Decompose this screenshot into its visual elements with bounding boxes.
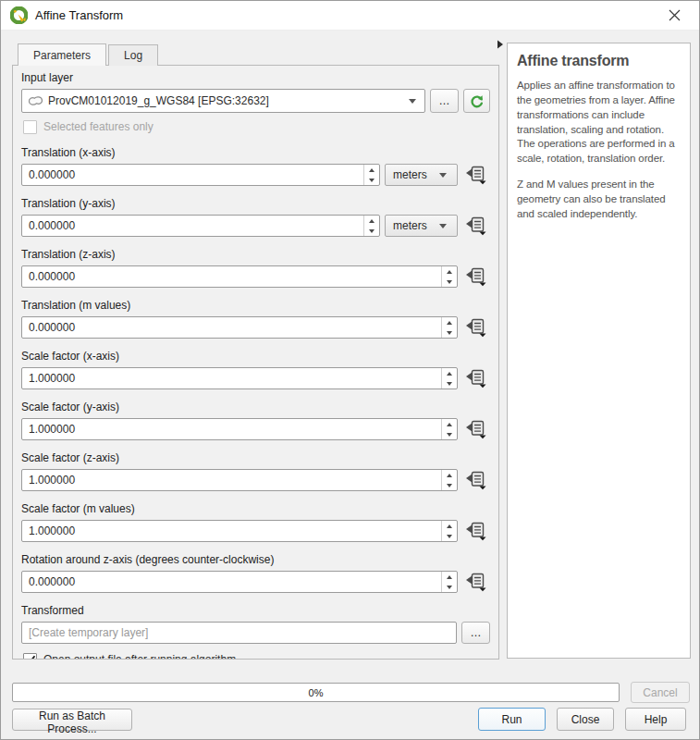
spin-down-button[interactable] — [442, 378, 457, 388]
arrow-up-icon — [447, 321, 452, 325]
rotation-z-override-button[interactable] — [462, 571, 490, 593]
close-button[interactable]: Close — [557, 708, 614, 731]
spin-up-button[interactable] — [364, 165, 379, 175]
iterate-over-layer-button[interactable] — [463, 89, 490, 113]
spin-up-button[interactable] — [442, 317, 457, 327]
scale-m-label: Scale factor (m values) — [21, 502, 490, 516]
spin-up-button[interactable] — [442, 368, 457, 378]
scale-y-value: 1.000000 — [22, 419, 441, 439]
affine-transform-dialog: Affine Transform Parameters Log Input la… — [0, 0, 700, 740]
scale-x-spinbox[interactable]: 1.000000 — [21, 367, 458, 389]
progress-text: 0% — [309, 687, 324, 698]
translation-m-spinbox[interactable]: 0.000000 — [21, 316, 458, 339]
run-as-batch-button[interactable]: Run as Batch Process... — [12, 709, 132, 731]
tab-bar: Parameters Log — [18, 44, 160, 66]
spin-up-button[interactable] — [442, 521, 457, 531]
rotation-z-spinbox[interactable]: 0.000000 — [21, 571, 458, 593]
translation-z-label: Translation (z-axis) — [21, 248, 490, 262]
spin-down-button[interactable] — [364, 175, 379, 185]
spin-up-button[interactable] — [364, 216, 379, 226]
scale-m-override-button[interactable] — [462, 520, 490, 542]
input-layer-label: Input layer — [21, 71, 490, 85]
translation-z-override-button[interactable] — [462, 265, 490, 288]
tab-parameters[interactable]: Parameters — [18, 43, 106, 66]
arrow-down-icon — [447, 586, 452, 589]
input-layer-row: ProvCM01012019_g_WGS84 [EPSG:32632] … — [21, 89, 490, 113]
data-defined-override-icon — [465, 522, 487, 541]
translation-z-value: 0.000000 — [22, 266, 441, 287]
data-defined-override-icon — [465, 420, 487, 439]
translation-x-spinbox[interactable]: 0.000000 — [21, 164, 380, 186]
translation-m-value: 0.000000 — [22, 317, 441, 338]
scale-z-spinbox[interactable]: 1.000000 — [21, 469, 458, 491]
spin-up-button[interactable] — [442, 266, 457, 277]
open-output-checkbox[interactable] — [23, 653, 37, 660]
scale-y-override-button[interactable] — [462, 418, 490, 440]
scale-y-spinbox[interactable]: 1.000000 — [21, 418, 458, 440]
arrow-up-icon — [447, 524, 452, 528]
translation-y-unit-combobox[interactable]: meters — [385, 215, 458, 237]
input-layer-combobox[interactable]: ProvCM01012019_g_WGS84 [EPSG:32632] — [21, 89, 425, 113]
scale-m-value: 1.000000 — [22, 521, 441, 541]
translation-y-override-button[interactable] — [462, 215, 490, 237]
translation-z-spinbox[interactable]: 0.000000 — [21, 265, 458, 288]
scale-z-label: Scale factor (z-axis) — [21, 451, 490, 465]
parameters-panel: Input layer ProvCM01012019_g_WGS84 [EPSG… — [12, 65, 499, 660]
transformed-browse-button[interactable]: … — [461, 622, 490, 644]
data-defined-override-icon — [465, 573, 487, 592]
data-defined-override-icon — [465, 369, 487, 388]
translation-m-override-button[interactable] — [462, 316, 490, 339]
translation-x-unit-combobox[interactable]: meters — [385, 164, 458, 186]
transformed-placeholder: [Create temporary layer] — [29, 626, 148, 639]
transformed-block: Transformed [Create temporary layer] … — [21, 604, 490, 644]
translation-x-override-button[interactable] — [462, 164, 490, 186]
scale-z-override-button[interactable] — [462, 469, 490, 491]
checkmark-icon — [25, 655, 36, 660]
spin-down-button[interactable] — [442, 429, 457, 439]
selected-features-label: Selected features only — [43, 120, 154, 133]
transformed-output-input[interactable]: [Create temporary layer] — [21, 622, 457, 644]
spin-down-button[interactable] — [442, 277, 457, 287]
vector-polygon-layer-icon — [28, 94, 43, 107]
translation-m-label: Translation (m values) — [21, 299, 490, 313]
arrow-down-icon — [447, 433, 452, 437]
selected-features-checkbox[interactable] — [23, 120, 37, 134]
translation-x-unit-value: meters — [393, 168, 439, 181]
spin-down-button[interactable] — [364, 226, 379, 236]
arrow-up-icon — [447, 372, 452, 376]
cancel-button[interactable]: Cancel — [631, 682, 690, 703]
scale-m-spinbox[interactable]: 1.000000 — [21, 520, 458, 542]
spin-up-button[interactable] — [442, 419, 457, 429]
input-layer-value: ProvCM01012019_g_WGS84 [EPSG:32632] — [48, 94, 404, 107]
spin-down-button[interactable] — [442, 480, 457, 490]
arrow-up-icon — [369, 168, 375, 172]
spin-up-button[interactable] — [442, 572, 457, 582]
arrow-up-icon — [447, 575, 452, 579]
scale-z-value: 1.000000 — [22, 470, 441, 490]
window-close-button[interactable] — [655, 1, 694, 30]
translation-y-value: 0.000000 — [22, 216, 363, 236]
qgis-logo-icon — [10, 6, 28, 24]
tab-log[interactable]: Log — [108, 44, 158, 66]
spin-down-button[interactable] — [442, 582, 457, 592]
scale-x-override-button[interactable] — [462, 367, 490, 389]
help-panel-collapse-arrow-icon[interactable] — [495, 39, 506, 50]
translation-y-spinbox[interactable]: 0.000000 — [21, 215, 380, 237]
close-icon — [669, 9, 681, 21]
open-output-label: Open output file after running algorithm — [43, 653, 236, 660]
spin-down-button[interactable] — [442, 531, 457, 541]
spin-up-button[interactable] — [442, 470, 457, 480]
transformed-label: Transformed — [21, 604, 490, 618]
data-defined-override-icon — [465, 216, 487, 236]
spin-down-button[interactable] — [442, 327, 457, 338]
rotation-z-label: Rotation around z-axis (degrees counter-… — [21, 553, 490, 567]
help-paragraph: Z and M values present in the geometry c… — [517, 178, 681, 222]
run-button[interactable]: Run — [478, 708, 546, 731]
data-defined-override-icon — [465, 166, 487, 185]
title-bar: Affine Transform — [1, 1, 699, 31]
arrow-up-icon — [447, 474, 452, 477]
input-layer-browse-button[interactable]: … — [430, 89, 459, 113]
help-button[interactable]: Help — [625, 708, 686, 731]
window-title: Affine Transform — [35, 8, 123, 22]
arrow-down-icon — [447, 382, 452, 386]
